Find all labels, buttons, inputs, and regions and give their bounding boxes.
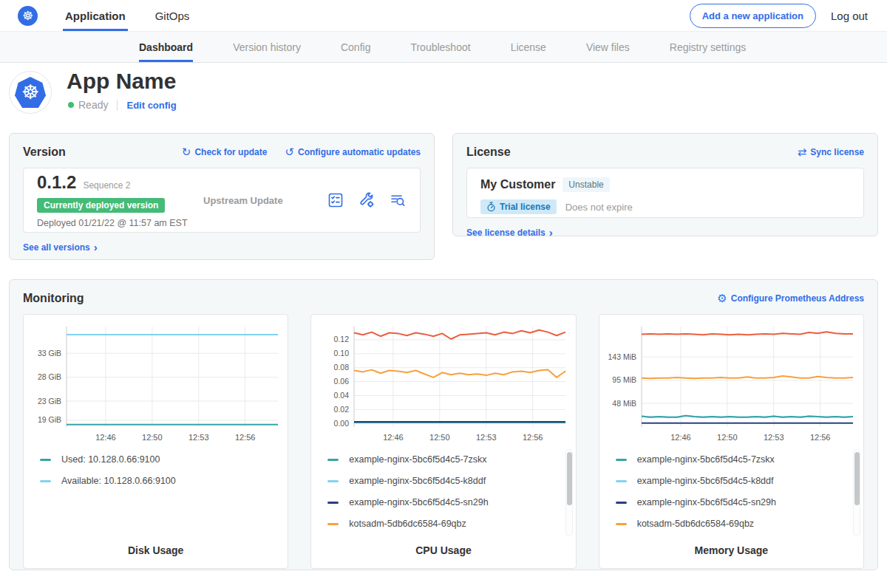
legend-label: kotsadm-5db6dc6584-69qbz <box>637 519 754 529</box>
legend-swatch <box>616 523 627 525</box>
monitoring-card: Monitoring ⚙ Configure Prometheus Addres… <box>9 279 878 570</box>
legend-swatch <box>40 459 51 461</box>
sync-arrows-icon: ⇄ <box>798 146 807 159</box>
legend-swatch <box>327 502 339 504</box>
tab-version-history[interactable]: Version history <box>233 32 301 62</box>
refresh-icon: ↻ <box>182 146 191 159</box>
legend-swatch <box>327 480 339 482</box>
svg-text:12:46: 12:46 <box>383 433 404 442</box>
svg-text:95 MiB: 95 MiB <box>613 375 637 384</box>
legend-label: example-nginx-5bc6f5d4c5-sn29h <box>349 497 488 507</box>
legend-item[interactable]: kotsadm-5db6dc6584-69qbz <box>327 518 575 530</box>
svg-text:12:56: 12:56 <box>810 433 831 442</box>
legend-swatch <box>327 459 339 461</box>
app-subnav: Dashboard Version history Config Trouble… <box>0 32 887 63</box>
svg-text:12:56: 12:56 <box>523 433 543 442</box>
add-new-application-button[interactable]: Add a new application <box>690 4 816 28</box>
kots-admin-console: ☸ Application GitOps Add a new applicati… <box>0 0 887 588</box>
legend-scrollbar[interactable] <box>853 449 860 536</box>
cpu-usage-title: CPU Usage <box>311 544 575 556</box>
legend-label: example-nginx-5bc6f5d4c5-sn29h <box>637 497 776 507</box>
config-wrench-icon[interactable] <box>358 191 375 209</box>
tab-config[interactable]: Config <box>341 32 370 62</box>
memory-usage-title: Memory Usage <box>599 544 863 556</box>
app-header: ☸ App Name Ready Edit config <box>0 63 887 133</box>
svg-text:12:50: 12:50 <box>142 433 163 442</box>
topnav-tab-application[interactable]: Application <box>63 0 128 31</box>
deploy-logs-icon[interactable] <box>389 191 407 209</box>
tab-troubleshoot[interactable]: Troubleshoot <box>410 32 470 62</box>
svg-text:28 GiB: 28 GiB <box>38 372 61 381</box>
see-license-details-link[interactable]: See license details <box>466 228 546 238</box>
license-type-badge: Trial license <box>480 199 557 214</box>
svg-text:12:53: 12:53 <box>188 433 209 442</box>
edit-config-link[interactable]: Edit config <box>126 100 176 111</box>
version-number: 0.1.2 <box>37 172 76 193</box>
legend-label: example-nginx-5bc6f5d4c5-k8ddf <box>349 476 486 486</box>
customer-name: My Customer <box>480 178 555 191</box>
upstream-update-label: Upstream Update <box>203 195 283 206</box>
legend-label: example-nginx-5bc6f5d4c5-7zskx <box>637 454 775 465</box>
svg-text:12:50: 12:50 <box>429 433 450 442</box>
topnav-right: Add a new application Log out <box>690 0 887 31</box>
svg-text:0.06: 0.06 <box>334 377 350 386</box>
legend-item[interactable]: example-nginx-5bc6f5d4c5-k8ddf <box>616 475 863 487</box>
memory-usage-legend: example-nginx-5bc6f5d4c5-7zskxexample-ng… <box>616 454 863 530</box>
legend-scrollbar[interactable] <box>565 449 573 536</box>
legend-item[interactable]: Used: 10.128.0.66:9100 <box>40 454 288 465</box>
svg-text:0.08: 0.08 <box>334 363 350 372</box>
configure-automatic-updates-link[interactable]: ↺ Configure automatic updates <box>285 146 421 159</box>
tab-dashboard[interactable]: Dashboard <box>139 32 193 62</box>
tab-view-files[interactable]: View files <box>586 32 630 62</box>
divider <box>117 100 118 111</box>
status-dot <box>68 102 74 108</box>
legend-item[interactable]: example-nginx-5bc6f5d4c5-k8ddf <box>327 475 575 487</box>
legend-item[interactable]: example-nginx-5bc6f5d4c5-7zskx <box>327 454 575 465</box>
top-navbar: ☸ Application GitOps Add a new applicati… <box>0 0 887 32</box>
svg-text:12:46: 12:46 <box>670 433 691 442</box>
cpu-usage-legend: example-nginx-5bc6f5d4c5-7zskxexample-ng… <box>327 454 575 530</box>
memory-usage-chart-panel: 12:4612:5012:5312:56143 MiB95 MiB48 MiBe… <box>599 314 864 569</box>
configure-prometheus-link[interactable]: ⚙ Configure Prometheus Address <box>717 292 864 305</box>
sync-license-link[interactable]: ⇄ Sync license <box>798 146 864 159</box>
charts-row: 12:4612:5012:5312:5633 GiB28 GiB23 GiB19… <box>23 314 864 569</box>
chevron-right-icon: › <box>94 242 98 253</box>
brand-logo[interactable]: ☸ <box>18 0 38 31</box>
disk-usage-plot: 12:4612:5012:5312:5633 GiB28 GiB23 GiB19… <box>28 321 284 446</box>
legend-scrollbar-thumb[interactable] <box>854 452 860 505</box>
svg-text:19 GiB: 19 GiB <box>38 415 61 424</box>
stopwatch-icon <box>486 202 496 212</box>
version-card-title: Version <box>23 146 66 159</box>
tab-registry-settings[interactable]: Registry settings <box>670 32 746 62</box>
license-panel: My Customer Unstable Trial license Does … <box>466 168 864 218</box>
legend-item[interactable]: kotsadm-5db6dc6584-69qbz <box>616 518 863 530</box>
svg-text:12:50: 12:50 <box>717 433 738 442</box>
logout-button[interactable]: Log out <box>831 10 868 22</box>
disk-usage-chart-panel: 12:4612:5012:5312:5633 GiB28 GiB23 GiB19… <box>23 314 288 569</box>
svg-text:23 GiB: 23 GiB <box>38 397 61 406</box>
disk-usage-title: Disk Usage <box>24 544 288 556</box>
see-all-versions-link[interactable]: See all versions <box>23 242 90 253</box>
app-avatar: ☸ <box>9 71 52 114</box>
deployed-timestamp: Deployed 01/21/22 @ 11:57 am EST <box>37 218 203 228</box>
legend-label: example-nginx-5bc6f5d4c5-k8ddf <box>637 476 774 486</box>
legend-item[interactable]: example-nginx-5bc6f5d4c5-sn29h <box>616 496 863 508</box>
current-version-panel: 0.1.2 Sequence 2 Currently deployed vers… <box>23 168 421 233</box>
legend-item[interactable]: example-nginx-5bc6f5d4c5-7zskx <box>616 454 863 465</box>
license-card: License ⇄ Sync license My Customer Unsta… <box>452 133 878 236</box>
svg-text:12:56: 12:56 <box>235 433 256 442</box>
legend-scrollbar-thumb[interactable] <box>567 452 572 505</box>
check-for-update-link[interactable]: ↻ Check for update <box>182 146 268 159</box>
legend-item[interactable]: example-nginx-5bc6f5d4c5-sn29h <box>327 496 575 508</box>
preflight-checks-icon[interactable] <box>327 191 344 209</box>
topnav-tab-gitops[interactable]: GitOps <box>153 0 192 31</box>
page-title: App Name <box>67 69 176 94</box>
svg-text:0.12: 0.12 <box>334 335 350 343</box>
cpu-usage-chart-panel: 12:4612:5012:5312:560.120.100.080.060.04… <box>310 314 576 569</box>
disk-usage-legend: Used: 10.128.0.66:9100Available: 10.128.… <box>40 454 288 487</box>
version-card: Version ↻ Check for update ↺ Configure a… <box>9 133 435 260</box>
license-expiry: Does not expire <box>565 202 633 213</box>
tab-license[interactable]: License <box>511 32 546 62</box>
legend-item[interactable]: Available: 10.128.0.66:9100 <box>40 475 288 487</box>
svg-text:33 GiB: 33 GiB <box>38 349 61 358</box>
